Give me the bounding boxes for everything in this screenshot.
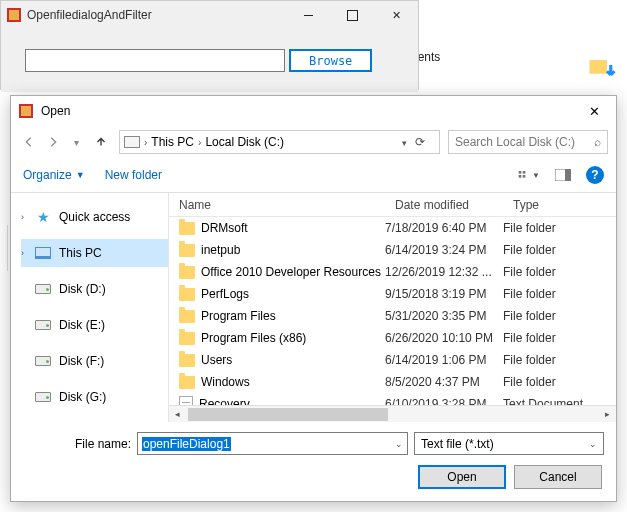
sidebar-item-this-pc[interactable]: › This PC [21,239,168,267]
up-button[interactable] [91,132,111,152]
close-button[interactable] [374,1,418,29]
breadcrumb[interactable]: › This PC › Local Disk (C:) ⟳ [119,130,440,154]
pc-icon [35,245,51,261]
sidebar-item-disk-d[interactable]: Disk (D:) [21,275,168,303]
file-date: 9/15/2018 3:19 PM [385,287,503,301]
back-button[interactable] [19,132,39,152]
file-date: 12/26/2019 12:32 ... [385,265,503,279]
file-type: File folder [503,331,616,345]
maximize-button[interactable] [330,1,374,29]
file-type: File folder [503,221,616,235]
folder-icon [179,332,195,345]
file-type: File folder [503,353,616,367]
table-row[interactable]: Office 2010 Developer Resources12/26/201… [169,261,616,283]
column-header-date[interactable]: Date modified [385,198,503,212]
dialog-close-button[interactable] [572,96,616,126]
svg-rect-4 [523,175,526,178]
folder-icon [179,244,195,257]
folder-icon [179,310,195,323]
svg-rect-3 [519,175,522,178]
sidebar-item-label: Disk (E:) [59,318,105,332]
forward-button[interactable] [43,132,63,152]
folder-icon [179,354,195,367]
file-name: DRMsoft [201,221,248,235]
table-row[interactable]: DRMsoft7/18/2019 6:40 PMFile folder [169,217,616,239]
app-window: OpenfiledialogAndFilter Browse [0,0,419,90]
text-file-icon [179,396,193,405]
column-header-name[interactable]: Name [169,198,385,212]
file-date: 6/14/2019 1:06 PM [385,353,503,367]
folder-icon [179,288,195,301]
folder-icon [179,222,195,235]
filter-select[interactable]: Text file (*.txt) ⌄ [414,432,604,455]
new-folder-button[interactable]: New folder [105,168,162,182]
sidebar-item-label: Quick access [59,210,130,224]
disk-icon [35,317,51,333]
recent-locations-button[interactable]: ▾ [67,132,87,152]
sidebar-item-disk-e[interactable]: Disk (E:) [21,311,168,339]
table-row[interactable]: Windows8/5/2020 4:37 PMFile folder [169,371,616,393]
search-input[interactable]: Search Local Disk (C:) ⌕ [448,130,608,154]
chevron-down-icon[interactable] [400,137,409,148]
breadcrumb-thispc[interactable]: This PC [151,135,194,149]
file-type: Text Document [503,397,616,405]
toolbar: Organize▼ New folder ▼ ? [11,158,616,192]
chevron-right-icon[interactable]: › [21,212,24,222]
file-name: inetpub [201,243,240,257]
open-button[interactable]: Open [418,465,506,489]
column-header-type[interactable]: Type [503,198,616,212]
file-name: PerfLogs [201,287,249,301]
dialog-title: Open [41,104,572,118]
table-row[interactable]: inetpub6/14/2019 3:24 PMFile folder [169,239,616,261]
file-date: 6/10/2019 3:28 PM [385,397,503,405]
chevron-down-icon[interactable]: ⌄ [589,439,597,449]
minimize-button[interactable] [286,1,330,29]
path-input[interactable] [25,49,285,72]
cancel-button[interactable]: Cancel [514,465,602,489]
file-date: 7/18/2019 6:40 PM [385,221,503,235]
table-row[interactable]: Program Files5/31/2020 3:35 PMFile folde… [169,305,616,327]
chevron-right-icon[interactable]: › [142,137,149,148]
filename-label: File name: [23,437,131,451]
app-titlebar[interactable]: OpenfiledialogAndFilter [1,1,418,29]
folder-icon [179,266,195,279]
file-type: File folder [503,309,616,323]
file-name: Program Files [201,309,276,323]
preview-pane-button[interactable] [552,166,574,184]
table-row[interactable]: Recovery6/10/2019 3:28 PMText Document [169,393,616,405]
chevron-down-icon[interactable]: ⌄ [395,439,403,449]
scroll-thumb[interactable] [188,408,388,421]
horizontal-scrollbar[interactable]: ◂ ▸ [169,405,616,422]
filename-input[interactable]: openFileDialog1 ⌄ [137,432,408,455]
scroll-right-button[interactable]: ▸ [599,406,616,423]
sidebar-item-disk-f[interactable]: Disk (F:) [21,347,168,375]
sidebar-item-network[interactable]: › Network [21,419,168,422]
folder-icon [179,376,195,389]
organize-button[interactable]: Organize▼ [23,168,85,182]
dialog-titlebar[interactable]: Open [11,96,616,126]
file-type: File folder [503,287,616,301]
browse-button[interactable]: Browse [289,49,372,72]
chevron-right-icon[interactable]: › [21,248,24,258]
sidebar-item-quick-access[interactable]: › Quick access [21,203,168,231]
view-options-button[interactable]: ▼ [518,166,540,184]
table-row[interactable]: Program Files (x86)6/26/2020 10:10 PMFil… [169,327,616,349]
nav-bar: ▾ › This PC › Local Disk (C:) ⟳ Search L… [11,126,616,158]
refresh-button[interactable]: ⟳ [415,135,431,149]
help-button[interactable]: ? [586,166,604,184]
search-placeholder: Search Local Disk (C:) [455,135,575,149]
file-name: Users [201,353,232,367]
open-dialog: Open ▾ › This PC › Local Disk (C:) ⟳ Sea… [10,95,617,502]
table-row[interactable]: PerfLogs9/15/2018 3:19 PMFile folder [169,283,616,305]
sidebar-item-label: Disk (D:) [59,282,106,296]
scroll-left-button[interactable]: ◂ [169,406,186,423]
filename-value: openFileDialog1 [142,437,231,451]
sidebar-item-disk-g[interactable]: Disk (G:) [21,383,168,411]
star-icon [35,209,51,225]
dialog-icon [19,104,33,118]
disk-icon [35,281,51,297]
breadcrumb-drive[interactable]: Local Disk (C:) [205,135,284,149]
table-row[interactable]: Users6/14/2019 1:06 PMFile folder [169,349,616,371]
chevron-right-icon[interactable]: › [196,137,203,148]
file-date: 8/5/2020 4:37 PM [385,375,503,389]
